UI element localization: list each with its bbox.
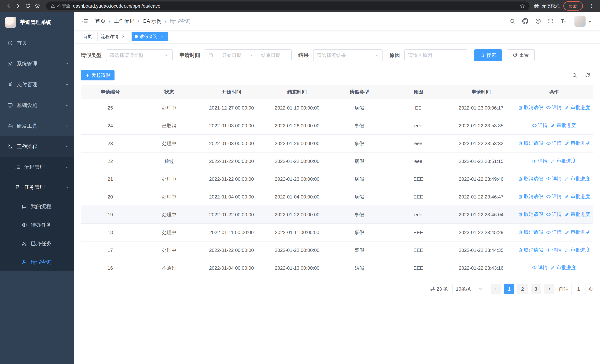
cancel-action-link[interactable]: 取消请假 <box>518 211 543 218</box>
sidebar-item-leave-query[interactable]: 请假查询 <box>0 253 74 271</box>
detail-action-link[interactable]: 详情 <box>532 264 548 271</box>
start-date-input[interactable] <box>215 52 249 58</box>
github-link[interactable] <box>519 12 532 30</box>
tag-process-detail[interactable]: 流程详情 <box>97 32 129 41</box>
cancel-action-link[interactable]: 取消请假 <box>518 140 543 146</box>
sidebar-item-my-processes[interactable]: 我的流程 <box>0 197 74 216</box>
detail-action-link[interactable]: 详情 <box>546 176 562 182</box>
cell-actions: 取消请假详情审批进度 <box>514 135 593 152</box>
tag-leave-query[interactable]: 请假查询 <box>131 32 168 41</box>
prev-page-button[interactable] <box>491 284 501 294</box>
detail-action-link[interactable]: 详情 <box>546 104 562 111</box>
progress-action-link[interactable]: 审批进度 <box>565 140 590 146</box>
cancel-action-link[interactable]: 取消请假 <box>518 247 543 253</box>
create-leave-button[interactable]: 发起请假 <box>81 70 114 80</box>
page-button-1[interactable]: 1 <box>504 284 514 294</box>
browser-home-button[interactable] <box>33 1 42 11</box>
progress-action-link[interactable]: 审批进度 <box>551 122 576 129</box>
browser-reload-button[interactable] <box>23 1 33 11</box>
tag-close-button[interactable] <box>121 34 126 39</box>
progress-action-link[interactable]: 审批进度 <box>565 247 590 253</box>
close-icon <box>161 35 164 38</box>
sidebar-item-payment-management[interactable]: 支付管理 <box>0 74 74 95</box>
sidebar-item-task-management[interactable]: 任务管理 <box>0 177 74 197</box>
table-row: 22通过2022-01-22 00:00:002022-01-22 00:00:… <box>81 152 593 170</box>
cancel-action-link[interactable]: 取消请假 <box>518 176 543 182</box>
page-button-2[interactable]: 2 <box>517 284 528 294</box>
sidebar-item-home[interactable]: 首页 <box>0 33 74 53</box>
cell-status: 处理中 <box>140 188 199 206</box>
cell-end-time: 2022-01-22 00:00:00 <box>264 152 330 170</box>
result-select-input[interactable] <box>317 52 373 58</box>
table-row: 25处理中2021-12-27 00:00:002022-01-19 00:00… <box>81 99 593 117</box>
help-button[interactable] <box>532 12 544 30</box>
sidebar-item-process-management[interactable]: 流程管理 <box>0 157 74 177</box>
font-size-button[interactable] <box>557 12 570 30</box>
goto-page-input[interactable] <box>571 284 586 294</box>
progress-action-link[interactable]: 审批进度 <box>565 211 590 218</box>
apply-time-range-picker[interactable]: - <box>205 49 292 61</box>
cell-reason: EEE <box>389 170 448 188</box>
progress-action-link[interactable]: 审批进度 <box>565 193 590 200</box>
address-bar[interactable]: 不安全 dashboard.yudao.iocoder.cn/bpm/oa/le… <box>46 1 530 10</box>
breadcrumb-workflow[interactable]: 工作流程 <box>114 18 134 25</box>
reason-input-wrap[interactable] <box>404 49 467 61</box>
header-search-button[interactable] <box>506 12 519 30</box>
sidebar-item-label: 流程管理 <box>24 164 61 171</box>
search-button[interactable]: 搜索 <box>474 49 502 61</box>
sidebar-item-infrastructure[interactable]: 基础设施 <box>0 95 74 116</box>
detail-action-link[interactable]: 详情 <box>546 193 562 200</box>
browser-back-button[interactable] <box>4 1 13 11</box>
sidebar-item-workflow[interactable]: 工作流程 <box>0 136 74 157</box>
logo[interactable]: 芋道管理系统 <box>0 12 74 33</box>
sidebar-item-pending-tasks[interactable]: 待办任务 <box>0 216 74 234</box>
toggle-search-icon[interactable] <box>572 73 577 78</box>
result-select[interactable] <box>313 49 383 61</box>
list-icon <box>15 164 20 170</box>
detail-action-link[interactable]: 详情 <box>546 247 562 253</box>
progress-action-link[interactable]: 审批进度 <box>551 158 576 164</box>
progress-action-link[interactable]: 审批进度 <box>565 104 590 111</box>
detail-action-link[interactable]: 详情 <box>546 229 562 235</box>
cancel-action-link[interactable]: 取消请假 <box>518 229 543 235</box>
cell-leave-type: 事假 <box>330 206 389 224</box>
progress-action-link[interactable]: 审批进度 <box>565 176 590 182</box>
refresh-table-icon[interactable] <box>585 73 590 78</box>
leave-type-select[interactable] <box>106 49 173 61</box>
cancel-icon <box>518 230 523 235</box>
breadcrumb-home[interactable]: 首页 <box>95 18 106 25</box>
browser-menu-button[interactable] <box>587 1 596 11</box>
reset-button[interactable]: 重置 <box>506 49 535 61</box>
security-chip[interactable]: 不安全 <box>50 3 70 9</box>
sidebar-collapse-button[interactable] <box>80 18 90 24</box>
tag-close-button[interactable] <box>159 34 165 39</box>
bookmark-star-icon[interactable] <box>520 3 525 9</box>
next-page-button[interactable] <box>544 284 554 294</box>
cancel-action-link[interactable]: 取消请假 <box>518 104 543 111</box>
sidebar-item-dev-tools[interactable]: 研发工具 <box>0 116 74 136</box>
detail-action-link[interactable]: 详情 <box>546 140 562 146</box>
browser-forward-button[interactable] <box>13 1 23 11</box>
end-date-input[interactable] <box>253 52 288 58</box>
browser-chrome: 不安全 dashboard.yudao.iocoder.cn/bpm/oa/le… <box>0 0 600 12</box>
detail-action-link[interactable]: 详情 <box>532 122 548 129</box>
sidebar-item-done-tasks[interactable]: 已办任务 <box>0 234 74 253</box>
forward-icon <box>15 3 21 9</box>
progress-action-link[interactable]: 审批进度 <box>565 229 590 235</box>
reason-input[interactable] <box>408 52 464 58</box>
breadcrumb-oa-example[interactable]: OA 示例 <box>143 18 162 25</box>
update-button[interactable]: 更新 <box>563 1 583 10</box>
progress-action-link[interactable]: 审批进度 <box>551 264 576 271</box>
tag-home[interactable]: 首页 <box>80 32 95 41</box>
page-button-3[interactable]: 3 <box>531 284 541 294</box>
cell-reason: eee <box>389 117 448 135</box>
leave-type-select-input[interactable] <box>110 52 163 58</box>
detail-action-link[interactable]: 详情 <box>532 158 548 164</box>
detail-action-link[interactable]: 详情 <box>546 211 562 218</box>
filter-form: 请假类型 申请时间 - 结果 <box>81 49 593 61</box>
cancel-action-link[interactable]: 取消请假 <box>518 193 543 200</box>
user-menu[interactable] <box>574 16 591 27</box>
fullscreen-button[interactable] <box>544 12 557 30</box>
sidebar-item-system-management[interactable]: 系统管理 <box>0 53 74 74</box>
page-size-select[interactable]: 10条/页 <box>452 284 486 294</box>
